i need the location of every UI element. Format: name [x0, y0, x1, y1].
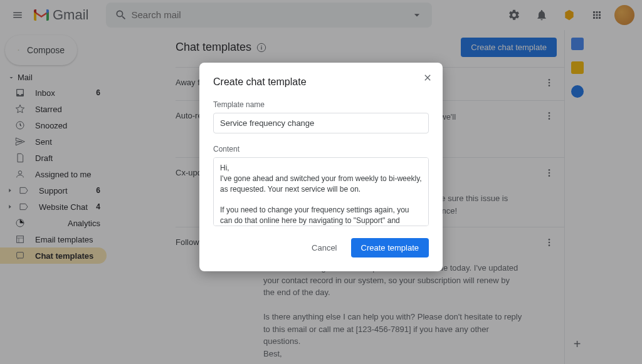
name-field-label: Template name — [213, 100, 429, 109]
create-template-modal: Create chat template Template name Conte… — [199, 63, 443, 271]
template-name-input[interactable] — [213, 113, 429, 133]
create-template-submit-button[interactable]: Create template — [351, 238, 429, 257]
close-icon — [423, 73, 433, 83]
cancel-button[interactable]: Cancel — [303, 238, 345, 257]
modal-overlay: Create chat template Template name Conte… — [0, 0, 642, 364]
modal-actions: Cancel Create template — [213, 238, 429, 257]
content-field-label: Content — [213, 145, 429, 153]
modal-title: Create chat template — [213, 76, 429, 88]
modal-close-button[interactable] — [423, 73, 433, 83]
template-content-textarea[interactable] — [213, 157, 429, 226]
